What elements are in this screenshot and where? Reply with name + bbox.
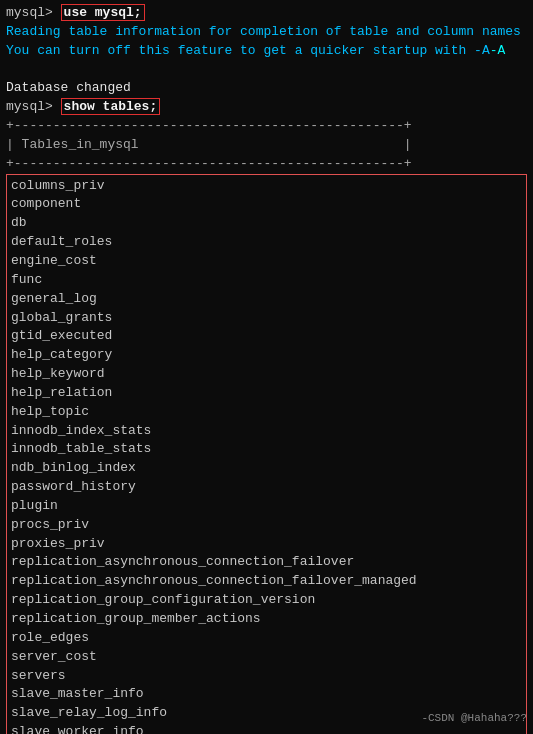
table-row: component	[11, 195, 522, 214]
table-border-mid: +---------------------------------------…	[6, 155, 527, 174]
cmd-use-mysql: use mysql;	[61, 4, 145, 21]
blank-line-1	[6, 61, 527, 80]
prompt-2: mysql>	[6, 99, 61, 114]
table-row: slave_worker_info	[11, 723, 522, 734]
table-row: replication_asynchronous_connection_fail…	[11, 572, 522, 591]
watermark: -CSDN @Hahaha???	[421, 712, 527, 724]
table-row: password_history	[11, 478, 522, 497]
table-row: innodb_table_stats	[11, 440, 522, 459]
table-row: slave_master_info	[11, 685, 522, 704]
table-row: replication_group_member_actions	[11, 610, 522, 629]
table-header: | Tables_in_mysql |	[6, 136, 527, 155]
cmd-show-tables: show tables;	[61, 98, 161, 115]
table-row: procs_priv	[11, 516, 522, 535]
prompt-1: mysql>	[6, 5, 61, 20]
table-row: db	[11, 214, 522, 233]
line-show-tables: mysql> show tables;	[6, 98, 527, 117]
table-row: global_grants	[11, 309, 522, 328]
table-row: innodb_index_stats	[11, 422, 522, 441]
table-border-top: +---------------------------------------…	[6, 117, 527, 136]
table-list-inner: columns_privcomponentdbdefault_rolesengi…	[7, 175, 526, 734]
table-row: help_relation	[11, 384, 522, 403]
line-reading-info-1: Reading table information for completion…	[6, 23, 527, 42]
table-row: help_category	[11, 346, 522, 365]
table-row: engine_cost	[11, 252, 522, 271]
flag-a: -A	[490, 43, 506, 58]
table-row: server_cost	[11, 648, 522, 667]
line-db-changed: Database changed	[6, 79, 527, 98]
table-row: columns_priv	[11, 177, 522, 196]
table-row: func	[11, 271, 522, 290]
table-row: role_edges	[11, 629, 522, 648]
table-row: default_roles	[11, 233, 522, 252]
table-row: plugin	[11, 497, 522, 516]
table-row: replication_group_configuration_version	[11, 591, 522, 610]
table-row: general_log	[11, 290, 522, 309]
table-row: servers	[11, 667, 522, 686]
table-row: ndb_binlog_index	[11, 459, 522, 478]
table-row: help_topic	[11, 403, 522, 422]
table-row: proxies_priv	[11, 535, 522, 554]
table-row: gtid_executed	[11, 327, 522, 346]
table-row: help_keyword	[11, 365, 522, 384]
line-use-mysql: mysql> use mysql;	[6, 4, 527, 23]
table-list-container: columns_privcomponentdbdefault_rolesengi…	[6, 174, 527, 734]
terminal-window: mysql> use mysql; Reading table informat…	[6, 4, 527, 734]
table-row: replication_asynchronous_connection_fail…	[11, 553, 522, 572]
line-reading-info-2: You can turn off this feature to get a q…	[6, 42, 527, 61]
